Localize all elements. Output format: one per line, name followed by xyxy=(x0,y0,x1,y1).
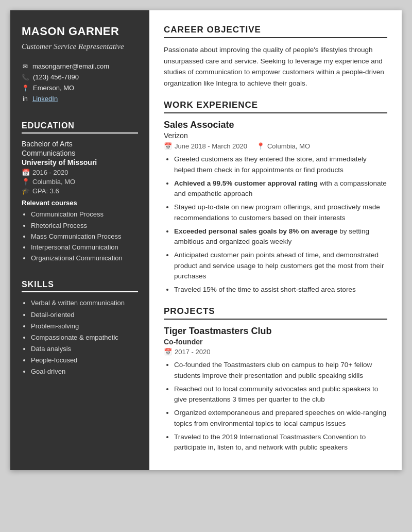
relevant-courses-label: Relevant courses xyxy=(22,199,138,207)
bold-phrase: Achieved a 99.5% customer approval ratin… xyxy=(174,179,318,187)
education-section-title: EDUCATION xyxy=(22,121,138,134)
resume-container: MASON GARNER Customer Service Representa… xyxy=(10,10,402,470)
project-entry: Tiger Toastmasters Club Co-founder 📅 201… xyxy=(164,326,387,453)
skills-section-title: SKILLS xyxy=(22,280,138,292)
calendar-icon: 📅 xyxy=(164,142,172,150)
career-objective-section: CAREER OBJECTIVE Passionate about improv… xyxy=(164,25,387,89)
course-item: Interpersonal Communication xyxy=(31,243,138,252)
contact-location: 📍 Emerson, MO xyxy=(22,84,138,92)
career-objective-title: CAREER OBJECTIVE xyxy=(164,25,387,38)
edu-degree: Bachelor of Arts xyxy=(22,140,138,148)
projects-title: PROJECTS xyxy=(164,306,387,320)
course-item: Organizational Communication xyxy=(31,254,138,263)
course-item: Communication Process xyxy=(31,210,138,219)
project-bullet: Co-founded the Toastmasters club on camp… xyxy=(174,360,387,381)
edu-school: University of Missouri xyxy=(22,158,138,167)
job-location: 📍 Columbia, MO xyxy=(256,142,310,150)
job-meta: 📅 June 2018 - March 2020 📍 Columbia, MO xyxy=(164,142,387,150)
skill-item: Detail-oriented xyxy=(31,310,138,320)
contact-email: ✉ masongarner@email.com xyxy=(22,62,138,70)
skill-item: Verbal & written communication xyxy=(31,298,138,308)
courses-list: Communication Process Rhetorical Process… xyxy=(22,210,138,263)
email-icon: ✉ xyxy=(22,63,29,70)
contact-list: ✉ masongarner@email.com 📞 (123) 456-7890… xyxy=(22,62,138,106)
job-bullet: Traveled 15% of the time to assist short… xyxy=(174,285,387,295)
job-bullet: Achieved a 99.5% customer approval ratin… xyxy=(174,178,387,200)
edu-gpa: 🎓 GPA: 3.6 xyxy=(22,187,138,195)
skills-list: Verbal & written communication Detail-or… xyxy=(22,298,138,376)
location-icon: 📍 xyxy=(256,142,265,150)
phone-icon: 📞 xyxy=(22,74,29,81)
job-title: Sales Associate xyxy=(164,120,387,130)
project-role: Co-founder xyxy=(164,338,387,346)
sidebar: MASON GARNER Customer Service Representa… xyxy=(10,10,149,470)
career-objective-text: Passionate about improving the quality o… xyxy=(164,44,387,89)
gpa-icon: 🎓 xyxy=(22,187,30,195)
contact-linkedin[interactable]: in LinkedIn xyxy=(22,95,138,103)
calendar-icon: 📅 xyxy=(164,348,172,356)
job-bullet: Greeted customers as they entered the st… xyxy=(174,154,387,175)
project-bullet: Reached out to local community advocates… xyxy=(174,384,387,405)
edu-dates: 📅 2016 - 2020 xyxy=(22,169,138,176)
skills-section: SKILLS Verbal & written communication De… xyxy=(22,280,138,378)
company-name: Verizon xyxy=(164,131,387,140)
skill-item: Compassionate & empathetic xyxy=(31,333,138,342)
edu-location-icon: 📍 xyxy=(22,178,30,186)
main-content: CAREER OBJECTIVE Passionate about improv… xyxy=(149,10,402,470)
project-dates: 📅 2017 - 2020 xyxy=(164,348,387,356)
skill-item: People-focused xyxy=(31,356,138,365)
calendar-icon: 📅 xyxy=(22,169,30,176)
projects-section: PROJECTS Tiger Toastmasters Club Co-foun… xyxy=(164,306,387,453)
linkedin-icon: in xyxy=(22,95,29,103)
job-bullet: Exceeded personal sales goals by 8% on a… xyxy=(174,226,387,247)
education-section: EDUCATION Bachelor of Arts Communication… xyxy=(22,121,138,264)
bold-phrase: Exceeded personal sales goals by 8% on a… xyxy=(174,227,337,235)
skill-item: Goal-driven xyxy=(31,367,138,376)
contact-phone: 📞 (123) 456-7890 xyxy=(22,73,138,81)
course-item: Rhetorical Process xyxy=(31,221,138,230)
candidate-name: MASON GARNER xyxy=(22,25,138,38)
job-entry: Sales Associate Verizon 📅 June 2018 - Ma… xyxy=(164,120,387,295)
project-name: Tiger Toastmasters Club xyxy=(164,326,387,337)
job-bullet: Anticipated customer pain points ahead o… xyxy=(174,250,387,281)
edu-location: 📍 Columbia, MO xyxy=(22,178,138,186)
edu-field: Communications xyxy=(22,149,138,157)
course-item: Mass Communication Process xyxy=(31,232,138,241)
skill-item: Data analysis xyxy=(31,344,138,354)
work-experience-section: WORK EXPERIENCE Sales Associate Verizon … xyxy=(164,100,387,295)
job-bullets: Greeted customers as they entered the st… xyxy=(164,154,387,295)
skill-item: Problem-solving xyxy=(31,322,138,331)
job-bullet: Stayed up-to-date on new program offerin… xyxy=(174,202,387,223)
job-dates: 📅 June 2018 - March 2020 xyxy=(164,142,247,150)
project-bullet: Organized extemporaneous and prepared sp… xyxy=(174,408,387,429)
location-icon: 📍 xyxy=(22,85,29,92)
work-experience-title: WORK EXPERIENCE xyxy=(164,100,387,113)
candidate-title: Customer Service Representative xyxy=(22,41,138,52)
project-bullet: Traveled to the 2019 International Toast… xyxy=(174,432,387,453)
project-bullets: Co-founded the Toastmasters club on camp… xyxy=(164,360,387,453)
